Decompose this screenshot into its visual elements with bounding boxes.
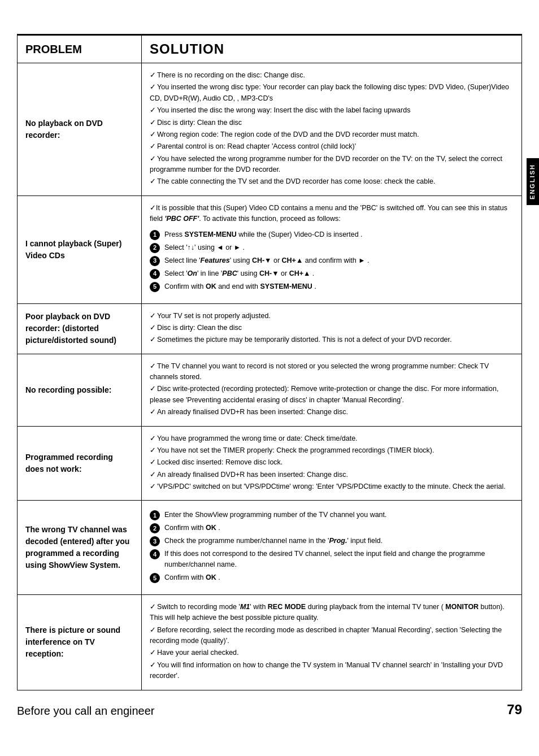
numbered-list-showview: 1 Enter the ShowView programming number …	[150, 507, 514, 588]
table-row: The wrong TV channel was decoded (entere…	[18, 501, 522, 595]
step-3-circle: 3	[150, 256, 160, 266]
solution-cell-6: 1 Enter the ShowView programming number …	[142, 501, 522, 595]
list-item: 1 Enter the ShowView programming number …	[150, 510, 514, 520]
step-sv-2-circle: 2	[150, 523, 160, 533]
list-item: 3 Check the programme number/channel nam…	[150, 536, 514, 546]
solution-cell-5: You have programmed the wrong time or da…	[142, 426, 522, 501]
problem-cell-7: There is picture or sound interference o…	[18, 594, 142, 690]
step-sv-3-circle: 3	[150, 536, 160, 546]
solution-cell-7: Switch to recording mode 'M1' with REC M…	[142, 594, 522, 690]
page-container: ENGLISH PROBLEM SOLUTION No playback on …	[0, 0, 539, 756]
solution-cell-4: The TV channel you want to record is not…	[142, 354, 522, 426]
step-1-circle: 1	[150, 230, 160, 240]
solution-cell-1: There is no recording on the disc: Chang…	[142, 63, 522, 196]
main-table: PROBLEM SOLUTION No playback on DVD reco…	[17, 35, 522, 690]
table-row: Programmed recording does not work: You …	[18, 426, 522, 501]
step-sv-4-circle: 4	[150, 549, 160, 559]
problem-header: PROBLEM	[18, 36, 142, 63]
list-item: 5 Confirm with OK .	[150, 572, 514, 583]
step-4-circle: 4	[150, 269, 160, 279]
table-row: I cannot playback (Super) Video CDs ✓It …	[18, 195, 522, 303]
side-tab: ENGLISH	[527, 158, 539, 205]
problem-cell-4: No recording possible:	[18, 354, 142, 426]
bottom-title: Before you call an engineer	[17, 705, 155, 718]
table-row: No recording possible: The TV channel yo…	[18, 354, 522, 426]
solution-cell-2: ✓It is possible that this (Super) Video …	[142, 195, 522, 303]
solution-cell-3: Your TV set is not properly adjusted. Di…	[142, 303, 522, 354]
step-5-circle: 5	[150, 282, 160, 292]
list-item: 1 Press SYSTEM-MENU while the (Super) Vi…	[150, 229, 514, 240]
list-item: 5 Confirm with OK and end with SYSTEM-ME…	[150, 281, 514, 292]
table-row: There is picture or sound interference o…	[18, 594, 522, 690]
problem-cell-1: No playback on DVD recorder:	[18, 63, 142, 196]
list-item: 3 Select line 'Features' using CH-▼ or C…	[150, 255, 514, 266]
list-item: 2 Confirm with OK .	[150, 523, 514, 533]
table-row: Poor playback on DVD recorder: (distorte…	[18, 303, 522, 354]
solution-header: SOLUTION	[142, 36, 522, 63]
list-item: 4 If this does not correspond to the des…	[150, 549, 514, 570]
step-2-circle: 2	[150, 243, 160, 253]
step-sv-5-circle: 5	[150, 573, 160, 583]
page-number: 79	[507, 702, 522, 718]
bottom-section: Before you call an engineer 79	[0, 690, 539, 718]
problem-cell-6: The wrong TV channel was decoded (entere…	[18, 501, 142, 595]
numbered-list-pbc: 1 Press SYSTEM-MENU while the (Super) Vi…	[150, 227, 514, 297]
list-item: 2 Select '↑↓' using ◄ or ► .	[150, 242, 514, 253]
problem-cell-2: I cannot playback (Super) Video CDs	[18, 195, 142, 303]
problem-cell-5: Programmed recording does not work:	[18, 426, 142, 501]
table-row: No playback on DVD recorder: There is no…	[18, 63, 522, 196]
step-sv-1-circle: 1	[150, 510, 160, 520]
list-item: 4 Select 'On' in line 'PBC' using CH-▼ o…	[150, 268, 514, 279]
problem-cell-3: Poor playback on DVD recorder: (distorte…	[18, 303, 142, 354]
